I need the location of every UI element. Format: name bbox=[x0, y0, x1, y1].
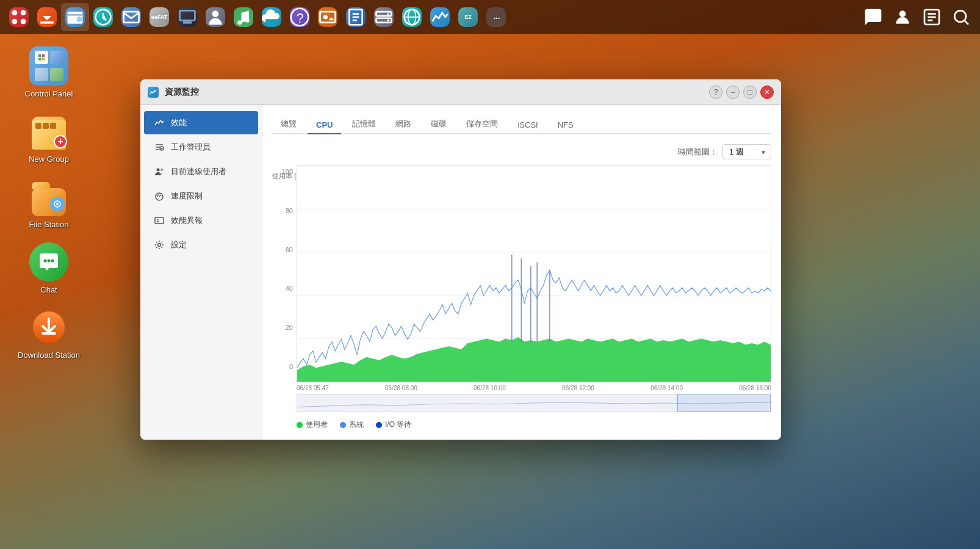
svg-point-17 bbox=[323, 15, 328, 19]
sidebar: 效能 工作管理員 目前連線使用者 bbox=[140, 105, 262, 440]
tab-iscsi[interactable]: iSCSI bbox=[509, 117, 546, 134]
taskbar-right bbox=[859, 3, 975, 31]
svg-rect-4 bbox=[40, 21, 53, 24]
new-group-label: New Group bbox=[29, 155, 69, 164]
storage-mgr-icon[interactable] bbox=[370, 3, 398, 31]
window-title: 資源監控 bbox=[165, 87, 703, 98]
speed-limit-icon bbox=[154, 191, 165, 202]
x-tick-1: 06/28 05:47 bbox=[297, 385, 329, 391]
svg-point-1 bbox=[21, 10, 26, 15]
close-btn[interactable]: ✕ bbox=[760, 85, 774, 99]
window-titlebar: 資源監控 ? − □ ✕ bbox=[140, 79, 781, 105]
main-menu-icon[interactable] bbox=[5, 3, 33, 31]
file-station-icon-img bbox=[29, 177, 68, 216]
resource-monitor-window: 資源監控 ? − □ ✕ 效能 bbox=[140, 79, 781, 440]
mini-chart[interactable] bbox=[297, 394, 771, 412]
docs-icon[interactable] bbox=[342, 3, 370, 31]
cloud-icon[interactable] bbox=[258, 3, 286, 31]
desktop-icon-new-group[interactable]: + New Group bbox=[12, 108, 85, 167]
more-apps-icon[interactable]: ··· bbox=[482, 3, 510, 31]
download-station-taskbar-icon[interactable] bbox=[33, 3, 61, 31]
chart-area[interactable] bbox=[297, 165, 771, 382]
time-range-select[interactable]: 1 小時 1 天 1 週 1 月 1 年 bbox=[722, 144, 771, 159]
user-taskbar-icon[interactable] bbox=[888, 3, 917, 31]
resource-monitor-icon[interactable] bbox=[426, 3, 454, 31]
sidebar-item-connected-users[interactable]: 目前連線使用者 bbox=[144, 160, 258, 183]
mail-icon[interactable] bbox=[117, 3, 145, 31]
tab-network[interactable]: 網路 bbox=[387, 115, 420, 134]
maximize-btn[interactable]: □ bbox=[743, 85, 757, 99]
chart-legend: 使用者 系統 I/O 等待 bbox=[272, 415, 771, 430]
photos-icon[interactable] bbox=[314, 3, 342, 31]
svg-point-29 bbox=[899, 10, 906, 17]
svg-line-51 bbox=[159, 195, 161, 197]
user-mgr-icon[interactable] bbox=[201, 3, 229, 31]
x-axis: 06/28 05:47 06/28 08:00 06/28 10:00 06/2… bbox=[272, 382, 771, 391]
new-group-icon-img: + bbox=[29, 112, 68, 151]
help-btn[interactable]: ? bbox=[709, 85, 722, 99]
sidebar-item-performance[interactable]: 效能 bbox=[144, 111, 258, 134]
main-content: 總覽 CPU 記憶體 網路 磁碟 儲存空間 iSCSI NFS 時間範圍： 1 … bbox=[262, 105, 781, 440]
file-station-label: File Station bbox=[29, 220, 68, 229]
desktop-icons-area: Control Panel + New Group bbox=[12, 43, 85, 363]
svg-line-35 bbox=[964, 20, 968, 24]
ez-internet-icon[interactable]: EZ bbox=[454, 3, 482, 31]
legend-user: 使用者 bbox=[297, 420, 328, 430]
legend-label-system: 系統 bbox=[349, 420, 364, 430]
svg-text:?: ? bbox=[297, 11, 304, 26]
sidebar-item-label-alerts: 效能異報 bbox=[171, 215, 203, 226]
virtual-icon[interactable] bbox=[173, 3, 201, 31]
desktop-icon-control-panel[interactable]: Control Panel bbox=[12, 43, 85, 102]
music-icon[interactable] bbox=[229, 3, 258, 31]
chat-label: Chat bbox=[40, 285, 57, 294]
time-range-select-wrapper: 1 小時 1 天 1 週 1 月 1 年 bbox=[722, 144, 771, 159]
desktop-icon-file-station[interactable]: File Station bbox=[12, 173, 85, 233]
tab-storage[interactable]: 儲存空間 bbox=[458, 115, 506, 134]
svg-point-13 bbox=[245, 18, 250, 23]
legend-dot-system bbox=[340, 422, 346, 428]
notes-taskbar-icon[interactable] bbox=[918, 3, 946, 31]
legend-label-io: I/O 等待 bbox=[385, 420, 411, 430]
tab-disk[interactable]: 磁碟 bbox=[422, 115, 455, 134]
file-station-taskbar-icon[interactable] bbox=[61, 3, 89, 31]
web-station-icon[interactable] bbox=[398, 3, 426, 31]
y-axis: 100 80 60 40 20 0 bbox=[272, 165, 297, 382]
sidebar-item-label-performance: 效能 bbox=[171, 117, 187, 128]
svg-rect-39 bbox=[42, 58, 45, 60]
svg-point-42 bbox=[44, 260, 47, 263]
legend-system: 系統 bbox=[340, 420, 364, 430]
download-station-icon-img bbox=[29, 308, 68, 347]
sidebar-item-alerts[interactable]: 效能異報 bbox=[144, 209, 258, 232]
tabs-bar: 總覽 CPU 記憶體 網路 磁碟 儲存空間 iSCSI NFS bbox=[272, 115, 771, 134]
tab-nfs[interactable]: NFS bbox=[549, 117, 582, 134]
svg-point-2 bbox=[12, 19, 17, 24]
alerts-icon bbox=[154, 215, 165, 226]
desktop-icon-chat[interactable]: Chat bbox=[12, 239, 85, 298]
sidebar-item-settings[interactable]: 設定 bbox=[144, 233, 258, 256]
search-taskbar-icon[interactable] bbox=[947, 3, 975, 31]
desktop: eaFAT ? bbox=[0, 0, 980, 549]
help-icon[interactable]: ? bbox=[286, 3, 314, 31]
connected-users-icon bbox=[154, 166, 165, 177]
sidebar-item-label-settings: 設定 bbox=[171, 239, 187, 250]
tab-overview[interactable]: 總覽 bbox=[272, 115, 305, 134]
time-range-label: 時間範圍： bbox=[678, 147, 718, 158]
chat-icon-img bbox=[29, 242, 68, 282]
sidebar-item-task-manager[interactable]: 工作管理員 bbox=[144, 136, 258, 159]
legend-io-wait: I/O 等待 bbox=[376, 420, 411, 430]
chat-taskbar-icon[interactable] bbox=[859, 3, 887, 31]
advisor-icon[interactable] bbox=[89, 3, 117, 31]
svg-rect-38 bbox=[38, 58, 41, 60]
performance-icon bbox=[154, 117, 165, 128]
svg-rect-36 bbox=[38, 54, 41, 57]
x-tick-6: 06/28 16:00 bbox=[739, 385, 771, 391]
tab-cpu[interactable]: CPU bbox=[308, 117, 341, 134]
window-controls: ? − □ ✕ bbox=[709, 85, 774, 99]
svg-point-49 bbox=[160, 169, 163, 171]
desktop-icon-download-station[interactable]: Download Station bbox=[12, 304, 85, 363]
svg-rect-68 bbox=[677, 394, 771, 412]
fat-icon[interactable]: eaFAT bbox=[145, 3, 173, 31]
sidebar-item-speed-limit[interactable]: 速度限制 bbox=[144, 184, 258, 208]
tab-memory[interactable]: 記憶體 bbox=[344, 115, 384, 134]
minimize-btn[interactable]: − bbox=[726, 85, 740, 99]
